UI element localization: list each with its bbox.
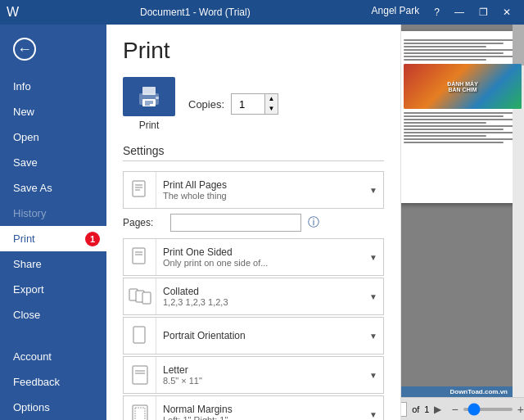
- margins-text: Normal Margins Left: 1" Right: 1": [156, 400, 364, 420]
- setting-one-sided[interactable]: Print One Sided Only print on one side o…: [123, 238, 384, 276]
- sidebar-item-account[interactable]: Account: [0, 344, 106, 369]
- setting-pages-range[interactable]: Print All Pages The whole thing ▼: [123, 171, 384, 209]
- pages-range-sub: The whole thing: [163, 191, 357, 201]
- svg-rect-17: [133, 327, 145, 343]
- pages-info-icon[interactable]: ⓘ: [308, 215, 319, 230]
- printer-icon: [136, 85, 162, 108]
- sidebar-item-info[interactable]: Info: [0, 74, 106, 99]
- next-page-button[interactable]: ▶: [434, 404, 441, 415]
- back-icon: ←: [13, 38, 36, 61]
- svg-rect-7: [133, 181, 145, 196]
- orientation-text: Portrait Orientation: [156, 327, 364, 345]
- total-pages: 1: [424, 404, 429, 414]
- collated-arrow: ▼: [364, 292, 383, 301]
- svg-rect-11: [133, 248, 145, 264]
- zoom-in-button[interactable]: +: [517, 403, 524, 416]
- main-content: Print: [106, 25, 524, 420]
- pages-range-icon: [124, 172, 156, 208]
- sidebar-item-saveas[interactable]: Save As: [0, 175, 106, 201]
- setting-margins[interactable]: Normal Margins Left: 1" Right: 1" ▼: [123, 395, 384, 420]
- collated-sub: 1,2,3 1,2,3 1,2,3: [163, 297, 357, 307]
- sidebar: ← Info New Open Save Save As History Pri…: [0, 25, 106, 420]
- pages-range-main: Print All Pages: [163, 179, 357, 191]
- margins-icon: [124, 396, 156, 420]
- close-button[interactable]: ✕: [496, 5, 517, 20]
- copies-input[interactable]: [232, 94, 264, 114]
- zoom-slider[interactable]: [463, 408, 513, 411]
- print-preview: ĐÁNH MÁYBÀN CHIM DownToad.com: [401, 25, 524, 420]
- setting-collated[interactable]: Collated 1,2,3 1,2,3 1,2,3 ▼: [123, 278, 384, 315]
- svg-rect-3: [156, 97, 159, 99]
- print-button-icon[interactable]: [123, 77, 175, 116]
- word-icon: W: [7, 5, 19, 20]
- paper-main: Letter: [163, 364, 357, 376]
- user-name: Angel Park: [372, 5, 420, 20]
- sidebar-item-new[interactable]: New: [0, 99, 106, 124]
- pages-range-text: Print All Pages The whole thing: [156, 176, 364, 204]
- margins-sub: Left: 1" Right: 1": [163, 415, 357, 420]
- copies-label: Copies:: [188, 98, 224, 111]
- sidebar-item-open[interactable]: Open: [0, 124, 106, 150]
- print-button-wrapper[interactable]: Print: [123, 77, 175, 131]
- sidebar-item-close[interactable]: Close: [0, 302, 106, 327]
- settings-list: Print All Pages The whole thing ▼ Pages:…: [123, 171, 384, 420]
- current-page-input[interactable]: [401, 402, 407, 417]
- copies-spinners: ▲ ▼: [264, 94, 278, 114]
- minimize-button[interactable]: —: [448, 5, 471, 20]
- preview-scrollbar-thumb[interactable]: [513, 25, 524, 65]
- setting-orientation[interactable]: Portrait Orientation ▼: [123, 317, 384, 355]
- restore-button[interactable]: ❐: [472, 5, 495, 20]
- collated-main: Collated: [163, 286, 357, 297]
- print-area: Print: [106, 25, 524, 420]
- settings-label: Settings: [123, 144, 384, 165]
- sidebar-item-feedback[interactable]: Feedback: [0, 369, 106, 395]
- watermark-bar: DownToad.com.vn: [401, 386, 513, 397]
- back-button[interactable]: ←: [0, 31, 106, 67]
- paper-sub: 8.5" × 11": [163, 376, 357, 386]
- orientation-icon: [124, 318, 156, 354]
- preview-page: ĐÁNH MÁYBÀN CHIM: [401, 31, 524, 203]
- svg-rect-1: [142, 87, 156, 95]
- one-sided-arrow: ▼: [364, 253, 383, 262]
- paper-text: Letter 8.5" × 11": [156, 361, 364, 389]
- paper-arrow: ▼: [364, 371, 383, 380]
- print-button-label: Print: [139, 120, 160, 131]
- copies-input-wrapper: ▲ ▼: [231, 93, 278, 115]
- sidebar-item-history: History: [0, 201, 106, 226]
- sidebar-item-options[interactable]: Options: [0, 395, 106, 420]
- preview-image: ĐÁNH MÁYBÀN CHIM: [404, 64, 522, 109]
- sidebar-item-export[interactable]: Export: [0, 277, 106, 302]
- paper-icon: [124, 357, 156, 393]
- svg-rect-16: [142, 292, 151, 304]
- one-sided-text: Print One Sided Only print on one side o…: [156, 243, 364, 271]
- title-bar: W Document1 - Word (Trial) Angel Park ? …: [0, 0, 524, 25]
- copies-row: Copies: ▲ ▼: [188, 93, 278, 115]
- pages-range-arrow: ▼: [364, 186, 383, 195]
- copies-down-button[interactable]: ▼: [264, 104, 278, 114]
- margins-main: Normal Margins: [163, 404, 357, 415]
- sidebar-item-share[interactable]: Share: [0, 251, 106, 277]
- svg-rect-18: [133, 366, 147, 384]
- title-bar-title: Document1 - Word (Trial): [140, 7, 251, 18]
- copies-up-button[interactable]: ▲: [264, 94, 278, 104]
- preview-nav: ◀ of 1 ▶ − + 31%: [401, 397, 524, 420]
- zoom-out-button[interactable]: −: [451, 403, 458, 416]
- one-sided-icon: [124, 239, 156, 275]
- pages-input[interactable]: [170, 214, 301, 232]
- sidebar-item-print[interactable]: Print 1: [0, 226, 106, 251]
- collated-text: Collated 1,2,3 1,2,3 1,2,3: [156, 282, 364, 310]
- page-of-label: of: [412, 404, 419, 414]
- collated-icon: [124, 278, 156, 314]
- print-badge: 1: [85, 232, 100, 246]
- sidebar-item-save[interactable]: Save: [0, 150, 106, 175]
- orientation-arrow: ▼: [364, 332, 383, 341]
- page-title: Print: [123, 38, 384, 64]
- print-left-panel: Print: [106, 25, 401, 420]
- setting-paper[interactable]: Letter 8.5" × 11" ▼: [123, 356, 384, 394]
- one-sided-main: Print One Sided: [163, 246, 357, 258]
- print-button-row: Print Copies: ▲ ▼: [123, 77, 384, 131]
- title-bar-controls: Angel Park ? — ❐ ✕: [372, 5, 517, 20]
- pages-label: Pages:: [123, 217, 164, 228]
- help-button[interactable]: ?: [427, 5, 446, 20]
- margins-arrow: ▼: [364, 410, 383, 419]
